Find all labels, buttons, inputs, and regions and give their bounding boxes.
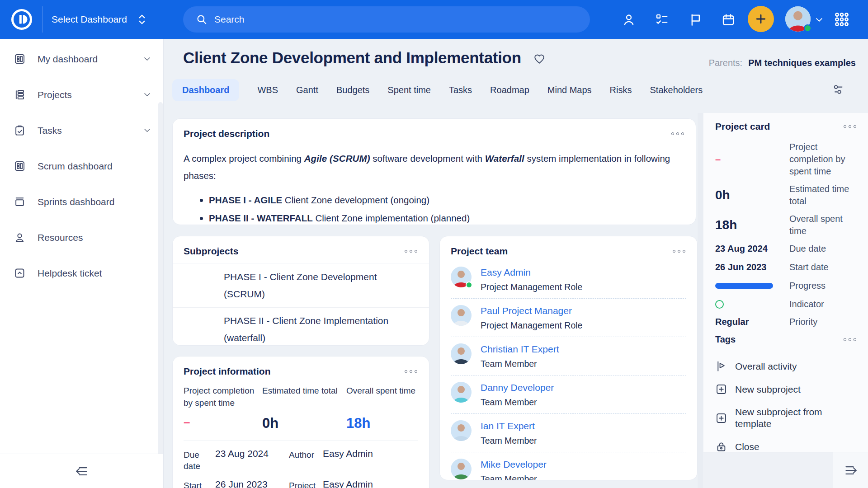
member-avatar[interactable]: [451, 267, 472, 287]
panel-menu-button[interactable]: [405, 368, 418, 375]
flag-icon[interactable]: [688, 12, 703, 27]
search-icon: [196, 14, 208, 25]
card-value: 23 Aug 2024: [715, 244, 789, 254]
member-avatar[interactable]: [451, 420, 472, 441]
tab-spent-time[interactable]: Spent time: [387, 79, 431, 101]
parents-link[interactable]: PM techniques examples: [748, 58, 856, 68]
info-stat: Overall spent time18h: [346, 385, 418, 432]
tags-label: Tags: [715, 334, 736, 345]
tab-wbs[interactable]: WBS: [257, 79, 278, 101]
tabs-settings-sliders-icon[interactable]: [831, 83, 846, 96]
sidebar-item-tasks[interactable]: Tasks: [0, 113, 163, 148]
member-avatar[interactable]: [451, 305, 472, 326]
chevron-down-icon[interactable]: [143, 126, 151, 135]
project-card-row: –Project completion by spent time: [715, 141, 856, 178]
tab-roadmap[interactable]: Roadmap: [490, 79, 529, 101]
member-role: Team Member: [481, 474, 547, 480]
dashboard-selector-label: Select Dashboard: [52, 14, 127, 25]
selector-up-down-icon: [138, 14, 146, 25]
member-avatar[interactable]: [451, 343, 472, 364]
project-card-row: 26 Jun 2023Start date: [715, 261, 856, 273]
project-card-row: 0hEstimated time total: [715, 183, 856, 207]
apps-grid-icon[interactable]: [834, 12, 849, 26]
content-scrollbar[interactable]: [698, 113, 703, 488]
chevron-down-icon[interactable]: [143, 55, 151, 63]
sidebar-item-projects[interactable]: Projects: [0, 77, 163, 113]
action-overall-activity[interactable]: Overall activity: [715, 355, 856, 378]
add-button[interactable]: [748, 6, 774, 32]
dashboard-content: Project description A complex project co…: [164, 113, 698, 488]
user-avatar[interactable]: [785, 6, 811, 32]
description-bullet: PHASE II - WATERFALL Client Zone impleme…: [184, 209, 684, 225]
panel-menu-button[interactable]: [673, 248, 686, 255]
sidebar-item-label: My dashboard: [38, 54, 98, 65]
app-logo[interactable]: [0, 0, 43, 39]
projects-tree-icon: [14, 89, 26, 101]
tab-tasks[interactable]: Tasks: [449, 79, 472, 101]
member-name-link[interactable]: Paul Project Manager: [481, 305, 582, 317]
card-value: 26 Jun 2023: [715, 262, 789, 272]
sidebar-item-label: Resources: [38, 232, 83, 243]
sidebar-item-helpdesk-ticket[interactable]: Helpdesk ticket: [0, 255, 163, 291]
calendar-icon[interactable]: [721, 12, 736, 27]
action-label: New subproject: [735, 384, 801, 395]
detail-label: Project manager: [289, 479, 323, 488]
member-name-link[interactable]: Danny Developer: [481, 382, 554, 394]
member-avatar[interactable]: [451, 382, 472, 403]
action-new-subproject-from-template[interactable]: New subproject from template: [715, 401, 856, 435]
sidebar-scrollbar[interactable]: [158, 102, 163, 488]
subproject-link[interactable]: PHASE I - Client Zone Development (SCRUM…: [173, 263, 429, 307]
panel-menu-button[interactable]: [671, 131, 684, 137]
tab-stakeholders[interactable]: Stakeholders: [650, 79, 703, 101]
member-name-link[interactable]: Christian IT Expert: [481, 343, 559, 355]
card-label: Overall spent time: [789, 213, 856, 237]
action-new-subproject[interactable]: New subproject: [715, 378, 856, 401]
avatar-chevron-down-icon[interactable]: [815, 15, 824, 24]
tab-budgets[interactable]: Budgets: [336, 79, 369, 101]
tags-menu-button[interactable]: [844, 336, 857, 343]
detail-label: Due date: [184, 448, 215, 472]
card-label: Project completion by spent time: [789, 141, 856, 178]
member-role: Project Management Role: [481, 320, 582, 331]
tasks-clipboard-icon: [14, 124, 26, 136]
panel-menu-button[interactable]: [405, 248, 418, 255]
panel-title: Subprojects: [184, 246, 238, 257]
sidebar-item-sprints-dashboard[interactable]: Sprints dashboard: [0, 184, 163, 220]
info-stat: Project completion by spent time–: [184, 385, 259, 432]
panel-menu-button[interactable]: [844, 123, 857, 130]
dashboard-icon: [14, 53, 26, 65]
tab-dashboard[interactable]: Dashboard: [172, 79, 239, 101]
favorite-heart-icon[interactable]: [533, 52, 546, 65]
collapse-sidebar-icon[interactable]: [74, 465, 90, 478]
tab-mind-maps[interactable]: Mind Maps: [547, 79, 592, 101]
member-name-link[interactable]: Easy Admin: [481, 267, 582, 278]
search-input[interactable]: [214, 14, 590, 25]
tab-risks[interactable]: Risks: [610, 79, 632, 101]
expand-sidebar-icon[interactable]: [843, 464, 859, 477]
chevron-down-icon[interactable]: [143, 90, 151, 99]
dashboard-icon: [14, 160, 26, 172]
panel-title: Project card: [715, 121, 770, 132]
card-label: Progress: [789, 280, 856, 292]
action-close[interactable]: Close: [715, 435, 856, 452]
checklist-icon[interactable]: [655, 12, 669, 27]
info-stat: Estimated time total0h: [262, 385, 343, 432]
right-panel-footer: [703, 452, 868, 488]
card-value: –: [715, 154, 789, 165]
member-name-link[interactable]: Ian IT Expert: [481, 420, 537, 432]
expand-panel-box[interactable]: [833, 452, 868, 488]
member-name-link[interactable]: Mike Developer: [481, 459, 547, 470]
sidebar-item-scrum-dashboard[interactable]: Scrum dashboard: [0, 148, 163, 184]
member-avatar[interactable]: [451, 459, 472, 479]
profile-person-icon[interactable]: [622, 12, 636, 27]
team-member-row: Danny DeveloperTeam Member: [451, 375, 686, 414]
dashboard-selector[interactable]: Select Dashboard: [52, 0, 146, 39]
subproject-link[interactable]: PHASE II - Client Zone Implementation (w…: [173, 307, 429, 346]
stat-label: Project completion by spent time: [184, 385, 259, 410]
member-role: Team Member: [481, 435, 537, 446]
card-label: Indicator: [789, 298, 856, 310]
sidebar-item-resources[interactable]: Resources: [0, 220, 163, 255]
search-bar[interactable]: [183, 6, 590, 33]
sidebar-item-my-dashboard[interactable]: My dashboard: [0, 41, 163, 77]
tab-gantt[interactable]: Gantt: [296, 79, 318, 101]
